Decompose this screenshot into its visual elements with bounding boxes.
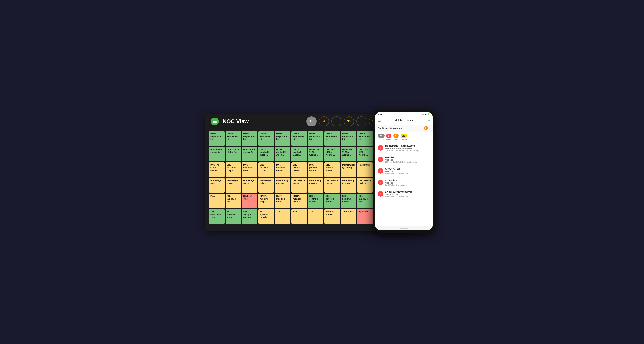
monitor-cell[interactable]: ISP Latency - www.t... <box>324 178 340 192</box>
stat-trouble[interactable]: 23 Trouble <box>400 134 407 140</box>
stat-label-down: Down <box>386 138 392 140</box>
monitor-name: monitor <box>385 156 424 159</box>
monitor-cell[interactable]: DNS - dns1.p09 .nsone... <box>258 147 274 162</box>
monitor-cell[interactable]: DNS - pdns90. ultradn... <box>324 162 340 177</box>
monitor-name: HomePage - jambav.com <box>385 144 424 147</box>
monitor-cell[interactable]: ISP Latency - www.o... <box>308 178 324 192</box>
monitor-cell[interactable]: Brand Reputation - htt... <box>308 131 324 146</box>
monitor-cell[interactable]: SMTP - mx3.zoh omail.c... <box>292 194 307 208</box>
monitor-cell[interactable]: DNS - dns4.p0 9.nson... <box>292 147 307 162</box>
monitor-cell[interactable]: DNS - pdns90. ultradn... <box>292 162 307 177</box>
phone-wrapper: 4:18 △ ▲ 🔋 ☰ All Monitors + Confirmed An… <box>373 110 439 234</box>
monitor-cell[interactable]: SMTP - mx2.zoh ocorp.... <box>275 194 290 208</box>
monitor-cell[interactable]: DNS - ns1.zoho corp.c... <box>226 162 241 177</box>
more-menu-icon[interactable]: ⋮ <box>426 180 430 184</box>
monitor-cell[interactable]: Test <box>292 209 307 224</box>
list-item[interactable]: Site24x7_test Website Last Polled : a mi… <box>375 165 433 177</box>
monitor-cell[interactable]: Brand Reputation - htt... <box>341 131 356 146</box>
monitor-cell[interactable]: RBL - jambav.c om <box>226 194 241 208</box>
list-item[interactable]: zylker windows server Server Monitor Las… <box>375 188 433 200</box>
monitor-cell[interactable]: Hackerank <box>357 162 373 177</box>
monitor-cell[interactable]: DomainExpiry - zohop... <box>341 162 356 177</box>
phone-status-icons: △ ▲ 🔋 <box>422 113 430 116</box>
hamburger-icon[interactable]: ☰ <box>378 118 381 122</box>
monitor-cell[interactable]: ISP Latency - zohop... <box>341 178 356 192</box>
monitor-cell[interactable]: Test <box>308 209 324 224</box>
menu-icon[interactable] <box>211 118 219 125</box>
monitor-cell[interactable]: Brand Reputation - htt... <box>226 131 241 146</box>
monitor-cell[interactable]: SMTP - mx.zoho corp.c... <box>258 194 274 208</box>
monitor-cell[interactable]: Zoho Corp <box>341 209 356 224</box>
monitor-cell[interactable]: SSL - help.imd b.com <box>341 194 356 208</box>
stat-label-critical: Critical <box>393 138 399 140</box>
monitor-cell[interactable]: DNS - ns-616.a wsdns-... <box>209 162 224 177</box>
more-menu-icon[interactable]: ⋮ <box>426 157 430 162</box>
monitor-cell[interactable]: Defacement - https://... <box>209 147 224 162</box>
stat-view-all[interactable]: 74 View All <box>378 134 384 140</box>
filter-yellow-btn[interactable]: 36 <box>344 116 354 126</box>
monitor-cell[interactable]: Brand Reputation - htt... <box>292 131 307 146</box>
stat-label-all: View All <box>378 138 384 140</box>
monitor-cell[interactable]: SSL - www.tcs .com <box>226 209 241 224</box>
list-item[interactable]: monitor Website 259 ms · Last Polled : 3… <box>375 154 433 165</box>
monitor-cell[interactable]: Brand Reputation - htt... <box>242 131 258 146</box>
phone-monitor-list: HomePage - jambav.com Web Page Speed (Br… <box>375 142 433 226</box>
monitor-cell[interactable]: Defacement - https://... <box>226 147 241 162</box>
list-item[interactable]: zylker test Website Last Polled : 3 year… <box>375 177 433 188</box>
monitor-time: Last Polled : a minute ago <box>385 196 424 198</box>
monitor-cell[interactable]: DNS - ns3.vtita n.com... <box>258 162 274 177</box>
monitor-cell[interactable]: DNS - dns2.p09 .nson... <box>275 147 290 162</box>
monitor-cell[interactable]: DNS - ns-1612.a wsdns-... <box>357 147 373 162</box>
monitor-list-content: HomePage - jambav.com Web Page Speed (Br… <box>385 144 424 152</box>
filter-all-btn[interactable]: All <box>306 116 316 126</box>
monitor-cell[interactable]: DNS - ns2.vtita n.com... <box>242 162 258 177</box>
monitor-cell[interactable]: HomePage - zohop... <box>242 178 258 192</box>
down-icon <box>378 157 383 162</box>
more-menu-icon[interactable]: ⋮ <box>426 169 430 173</box>
phone-nav-title: All Monitors <box>383 119 426 122</box>
monitor-cell[interactable]: SSL - zohopeo ple.com <box>242 209 258 224</box>
monitor-cell[interactable]: SSL - www.imdb .com <box>209 209 224 224</box>
monitor-cell[interactable]: HomePage - zykers... <box>258 178 274 192</box>
monitor-cell[interactable]: ISP Latency - my.spri... <box>275 178 290 192</box>
monitor-cell[interactable]: DNS - ns4.vtita n.com... <box>275 162 290 177</box>
monitor-cell[interactable]: Ping <box>209 194 224 208</box>
monitor-cell[interactable]: Site24x7 _test <box>242 194 258 208</box>
monitor-cell[interactable]: Defacement - https://... <box>242 147 258 162</box>
monitor-cell[interactable]: DNS - ns-1020. wsdns-... <box>308 147 324 162</box>
monitor-cell[interactable]: TCS <box>275 209 290 224</box>
more-menu-icon[interactable]: ⋮ <box>426 146 430 150</box>
stat-critical[interactable]: 6 Critical <box>393 134 399 140</box>
monitor-cell[interactable]: Brand Reputation - htt... <box>258 131 274 146</box>
monitor-cell[interactable]: HomePage - www.o... <box>209 178 224 192</box>
monitor-cell[interactable]: SSL - zylkersh op.zoh... <box>258 209 274 224</box>
monitor-cell[interactable]: DNS - ns-1115.a wsdns-... <box>324 147 340 162</box>
monitor-cell[interactable]: ISP Latency - zylers... <box>357 178 373 192</box>
more-menu-icon[interactable]: ⋮ <box>426 192 430 196</box>
list-item[interactable]: HomePage - jambav.com Web Page Speed (Br… <box>375 142 433 154</box>
phone-anomaly-bar[interactable]: Confirmed Anomalies 0 › <box>375 125 433 132</box>
filter-red-btn[interactable]: 0 <box>331 116 342 126</box>
monitor-cell[interactable]: Brand Reputation - htt... <box>209 131 224 146</box>
monitor-cell[interactable]: Brand Reputation - htt... <box>275 131 290 146</box>
monitor-cell[interactable]: SSL - develop er.imd... <box>324 194 340 208</box>
monitor-cell[interactable]: SSL - jambav.c om <box>357 194 373 208</box>
down-icon <box>378 191 383 197</box>
monitor-cell[interactable]: SSL - contribu te.imd... <box>308 194 324 208</box>
monitor-cell[interactable]: DNS - ns-1124.a wsdns-... <box>341 147 356 162</box>
filter-purple-btn[interactable]: 0 <box>356 116 366 126</box>
monitor-cell[interactable]: ISP Latency - www.i... <box>292 178 307 192</box>
add-monitor-button[interactable]: + <box>428 118 430 123</box>
stat-bubble-all: 74 <box>378 134 384 138</box>
monitor-cell[interactable]: zylker test <box>357 209 373 224</box>
monitor-cell[interactable]: DNS - pdns90. ultradn... <box>308 162 324 177</box>
monitor-cell[interactable]: Brand Reputation - htt... <box>357 131 373 146</box>
monitor-cell[interactable]: HomePage - www.t... <box>226 178 241 192</box>
stat-down[interactable]: 6 Down <box>386 134 392 140</box>
filter-orange-btn[interactable]: 4 <box>319 116 329 126</box>
monitor-list-content: Site24x7_test Website Last Polled : a mi… <box>385 167 424 175</box>
monitor-list-content: zylker windows server Server Monitor Las… <box>385 190 424 198</box>
down-icon <box>378 180 383 185</box>
monitor-cell[interactable]: Website - jambav... <box>324 209 340 224</box>
monitor-cell[interactable]: Brand Reputation - htt... <box>324 131 340 146</box>
